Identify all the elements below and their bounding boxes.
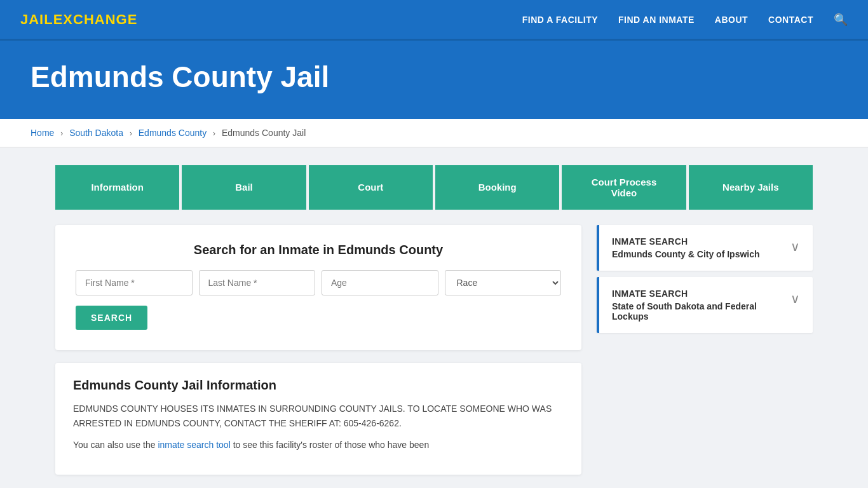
main-content: Information Bail Court Booking Court Pro… bbox=[40, 147, 828, 488]
nav-search-icon[interactable]: 🔍 bbox=[834, 13, 848, 27]
breadcrumb-sep-1: › bbox=[60, 129, 63, 138]
breadcrumb: Home › South Dakota › Edmunds County › E… bbox=[0, 119, 868, 147]
nav-item-about[interactable]: ABOUT bbox=[715, 14, 748, 25]
info-p2-suffix: to see this facility's roster of those w… bbox=[231, 440, 429, 450]
tab-booking[interactable]: Booking bbox=[435, 165, 559, 210]
tab-bar: Information Bail Court Booking Court Pro… bbox=[55, 165, 813, 210]
logo-exchange: EXCHANGE bbox=[53, 11, 138, 27]
breadcrumb-edmunds-county[interactable]: Edmunds County bbox=[139, 128, 207, 138]
nav-item-find-inmate[interactable]: FIND AN INMATE bbox=[618, 14, 695, 25]
inmate-search-link[interactable]: inmate search tool bbox=[158, 440, 230, 450]
search-fields: Race White Black Hispanic Asian Other bbox=[76, 270, 561, 295]
info-p2-prefix: You can also use the bbox=[73, 440, 158, 450]
inmate-card-2-sublabel: State of South Dakota and Federal Lockup… bbox=[612, 301, 790, 322]
inmate-card-1-sublabel: Edmunds County & City of Ipswich bbox=[612, 249, 760, 259]
search-button[interactable]: SEARCH bbox=[76, 306, 147, 330]
content-row: Search for an Inmate in Edmunds County R… bbox=[55, 225, 813, 475]
left-column: Search for an Inmate in Edmunds County R… bbox=[55, 225, 581, 475]
tab-information[interactable]: Information bbox=[55, 165, 179, 210]
tab-nearby-jails[interactable]: Nearby Jails bbox=[689, 165, 813, 210]
breadcrumb-sep-2: › bbox=[130, 129, 132, 138]
info-box-title: Edmunds County Jail Information bbox=[73, 378, 564, 393]
navbar: JAILEXCHANGE FIND A FACILITY FIND AN INM… bbox=[0, 0, 868, 41]
inmate-card-1-label: Inmate Search bbox=[612, 236, 760, 247]
breadcrumb-home[interactable]: Home bbox=[31, 128, 54, 138]
inmate-card-2-label: Inmate Search bbox=[612, 288, 790, 299]
breadcrumb-sep-3: › bbox=[213, 129, 215, 138]
info-paragraph-2: You can also use the inmate search tool … bbox=[73, 438, 564, 453]
info-paragraph-1: EDMUNDS COUNTY HOUSES ITS INMATES IN SUR… bbox=[73, 402, 564, 432]
nav-item-find-facility[interactable]: FIND A FACILITY bbox=[522, 14, 598, 25]
race-select[interactable]: Race White Black Hispanic Asian Other bbox=[445, 270, 562, 295]
tab-court-process-video[interactable]: Court Process Video bbox=[562, 165, 686, 210]
chevron-down-icon-2: ∨ bbox=[790, 291, 800, 306]
chevron-down-icon-1: ∨ bbox=[790, 239, 800, 254]
page-title: Edmunds County Jail bbox=[31, 61, 837, 93]
site-logo[interactable]: JAILEXCHANGE bbox=[20, 11, 137, 28]
tab-court[interactable]: Court bbox=[309, 165, 433, 210]
nav-links: FIND A FACILITY FIND AN INMATE ABOUT CON… bbox=[522, 13, 848, 27]
inmate-search-card-2[interactable]: Inmate Search State of South Dakota and … bbox=[597, 277, 813, 333]
breadcrumb-current: Edmunds County Jail bbox=[222, 128, 306, 138]
logo-jail: JAIL bbox=[20, 11, 53, 27]
breadcrumb-south-dakota[interactable]: South Dakota bbox=[69, 128, 123, 138]
age-input[interactable] bbox=[322, 270, 438, 295]
tab-bail[interactable]: Bail bbox=[182, 165, 306, 210]
hero-section: Edmunds County Jail bbox=[0, 41, 868, 119]
info-box: Edmunds County Jail Information EDMUNDS … bbox=[55, 363, 581, 475]
right-column: Inmate Search Edmunds County & City of I… bbox=[597, 225, 813, 338]
search-box-title: Search for an Inmate in Edmunds County bbox=[76, 243, 561, 257]
nav-item-contact[interactable]: CONTACT bbox=[768, 14, 813, 25]
last-name-input[interactable] bbox=[199, 270, 316, 295]
inmate-search-box: Search for an Inmate in Edmunds County R… bbox=[55, 225, 581, 350]
first-name-input[interactable] bbox=[76, 270, 193, 295]
inmate-search-card-1[interactable]: Inmate Search Edmunds County & City of I… bbox=[597, 225, 813, 271]
